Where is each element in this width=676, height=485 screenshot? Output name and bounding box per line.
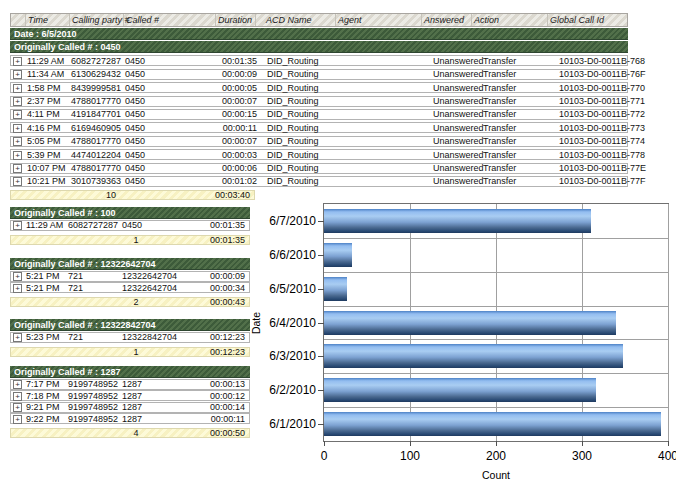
- table-row: +9:22 PM9199748952128700:00:11: [10, 413, 250, 424]
- date-group-label: Date : 6/5/2010: [14, 29, 77, 39]
- bar-6-1-2010: [324, 412, 661, 436]
- column-header-2: Called #: [123, 14, 215, 26]
- group-section: Originally Called # : 100+11:29 AM608272…: [10, 206, 250, 245]
- group-header-label: Originally Called # : 100: [14, 208, 116, 218]
- expand-icon[interactable]: +: [13, 272, 22, 281]
- cell-called: 12322642704: [122, 271, 200, 281]
- x-axis-tick: [496, 441, 497, 446]
- expand-icon[interactable]: +: [13, 415, 22, 424]
- cell-called: 0450: [125, 56, 217, 66]
- cell-calling: 9199748952: [68, 379, 122, 389]
- expand-cell: +: [13, 402, 26, 412]
- y-axis-tick: [318, 424, 324, 425]
- cell-acd: DID_Routing: [257, 69, 347, 79]
- cell-duration: 00:00:03: [217, 150, 257, 160]
- x-axis-tick-label: 300: [572, 449, 592, 463]
- cell-called: 0450: [122, 220, 200, 230]
- cell-duration: 00:01:35: [217, 56, 257, 66]
- table-row: +10:07 PM4788017770045000:00:06DID_Routi…: [10, 163, 628, 174]
- expand-icon[interactable]: +: [13, 151, 22, 160]
- cell-called: 1287: [122, 402, 200, 412]
- group-header-bar: Originally Called # : 1287: [10, 366, 250, 378]
- chart-x-axis-title: Count: [482, 469, 510, 481]
- cell-duration: 00:00:14: [200, 402, 249, 412]
- cell-calling: 9199748952: [68, 391, 122, 401]
- cell-action: Transfer: [483, 136, 559, 146]
- cell-action: Transfer: [483, 83, 559, 93]
- cell-calling: 9199748952: [68, 402, 122, 412]
- x-axis-tick: [410, 441, 411, 446]
- cell-action: Transfer: [483, 69, 559, 79]
- cell-answered: Unanswered: [433, 83, 483, 93]
- column-header-8: Global Call Id: [547, 14, 627, 26]
- cell-answered: Unanswered: [433, 136, 483, 146]
- group-summary-row: 200:00:43: [10, 297, 250, 307]
- expand-icon[interactable]: +: [13, 392, 22, 401]
- cell-action: Transfer: [483, 96, 559, 106]
- cell-called: 0450: [125, 163, 217, 173]
- y-axis-label: 6/5/2010: [232, 282, 316, 296]
- cell-answered: Unanswered: [433, 176, 483, 186]
- cell-calling: 4474012204: [71, 150, 125, 160]
- cell-calling: 721: [68, 332, 122, 342]
- column-header-6: Answered: [421, 14, 471, 26]
- expand-icon[interactable]: +: [13, 137, 22, 146]
- table-row: +11:29 AM6082727287045000:01:35: [10, 220, 250, 231]
- expand-icon[interactable]: +: [13, 84, 22, 93]
- expand-icon[interactable]: +: [13, 403, 22, 412]
- group-header-label: Originally Called # : 0450: [14, 42, 121, 52]
- cell-time: 5:05 PM: [27, 136, 71, 146]
- expand-icon[interactable]: +: [13, 164, 22, 173]
- x-axis-tick: [668, 441, 669, 446]
- horizontal-gridline: [324, 306, 668, 307]
- cell-time: 5:39 PM: [27, 150, 71, 160]
- expand-icon[interactable]: +: [13, 124, 22, 133]
- table-row: +7:18 PM9199748952128700:00:12: [10, 390, 250, 401]
- cell-calling: 6130629432: [71, 69, 125, 79]
- cell-answered: Unanswered: [433, 123, 483, 133]
- expand-cell: +: [13, 96, 27, 106]
- cell-acd: DID_Routing: [257, 83, 347, 93]
- expand-icon[interactable]: +: [13, 333, 22, 342]
- expand-icon[interactable]: +: [13, 284, 22, 293]
- cell-global_id: 10103-D0-0011B-773: [559, 123, 645, 133]
- column-header-3: Duration: [215, 14, 255, 26]
- table-row: +5:21 PM7211232264270400:00:09: [10, 271, 250, 282]
- y-axis-label: 6/3/2010: [232, 349, 316, 363]
- cell-calling: 6082727287: [71, 56, 125, 66]
- bar-6-6-2010: [324, 243, 352, 267]
- cell-duration: 00:00:06: [217, 163, 257, 173]
- cell-time: 2:37 PM: [27, 96, 71, 106]
- cell-answered: Unanswered: [433, 109, 483, 119]
- cell-acd: DID_Routing: [257, 123, 347, 133]
- cell-called: 0450: [125, 96, 217, 106]
- expand-icon[interactable]: +: [13, 110, 22, 119]
- cell-duration: 00:00:07: [217, 136, 257, 146]
- y-axis-label: 6/6/2010: [232, 248, 316, 262]
- group-section: Originally Called # : 12322642704+5:21 P…: [10, 257, 250, 307]
- expand-icon[interactable]: +: [13, 70, 22, 79]
- cell-answered: Unanswered: [433, 56, 483, 66]
- cell-acd: DID_Routing: [257, 176, 347, 186]
- cell-global_id: 10103-D0-0011B-774: [559, 136, 645, 146]
- expand-cell: +: [13, 150, 27, 160]
- cell-acd: DID_Routing: [257, 150, 347, 160]
- expand-icon[interactable]: +: [13, 221, 22, 230]
- expand-icon[interactable]: +: [13, 57, 22, 66]
- cell-called: 0450: [125, 136, 217, 146]
- group-summary-row: 400:00:50: [10, 428, 250, 438]
- cell-acd: DID_Routing: [257, 56, 347, 66]
- expand-icon[interactable]: +: [13, 177, 22, 186]
- cell-called: 0450: [125, 150, 217, 160]
- table-row: +5:21 PM7211232264270400:00:34: [10, 282, 250, 293]
- summary-call-count: 1: [106, 347, 166, 357]
- x-axis-tick: [324, 441, 325, 446]
- y-axis-tick: [318, 221, 324, 222]
- group-summary-row: 100:12:23: [10, 347, 250, 357]
- cell-global_id: 10103-D0-0011B-772: [559, 109, 645, 119]
- expand-cell: +: [13, 332, 26, 342]
- cell-time: 7:18 PM: [26, 391, 68, 401]
- expand-icon[interactable]: +: [13, 380, 22, 389]
- expand-icon[interactable]: +: [13, 97, 22, 106]
- table-row: +4:16 PM6169460905045000:00:11DID_Routin…: [10, 122, 628, 133]
